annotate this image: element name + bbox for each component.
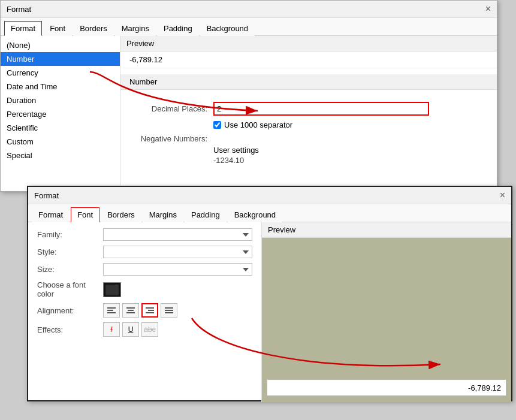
dialog2-title: Format	[34, 191, 59, 200]
align-right-button[interactable]	[141, 303, 158, 318]
separator-checkbox[interactable]	[213, 121, 221, 129]
color-swatch[interactable]	[103, 282, 121, 297]
font-preview-value: -6,789.12	[468, 383, 501, 392]
style-select[interactable]	[103, 246, 252, 258]
font-preview-label: Preview	[262, 222, 511, 238]
tab-font[interactable]: Font	[43, 21, 72, 36]
tab-format[interactable]: Format	[4, 21, 42, 36]
tab-background[interactable]: Background	[200, 21, 255, 36]
dialog2-tab-margins[interactable]: Margins	[143, 207, 183, 222]
strikethrough-button[interactable]: abc	[141, 322, 158, 337]
family-select[interactable]	[103, 228, 252, 241]
tab-margins[interactable]: Margins	[115, 21, 156, 36]
dialog2-tab-background[interactable]: Background	[228, 207, 282, 222]
format-item-special[interactable]: Special	[1, 149, 120, 162]
family-row: Family:	[37, 228, 252, 241]
dialog1-right-panel: Preview -6,789.12 Number Decimal Places:…	[120, 36, 497, 191]
format-item-duration[interactable]: Duration	[1, 93, 120, 107]
dialog2-tab-borders[interactable]: Borders	[101, 207, 141, 222]
dialog1-title-bar: Format ×	[1, 1, 497, 18]
format-item-percentage[interactable]: Percentage	[1, 107, 120, 121]
dialog1-close-button[interactable]: ×	[485, 4, 491, 14]
color-swatch-inner	[105, 285, 119, 295]
number-section: Number Decimal Places: Use 1000 separato…	[120, 68, 497, 171]
decimal-places-row: Decimal Places:	[129, 102, 488, 116]
dialog2-tab-padding[interactable]: Padding	[185, 207, 227, 222]
format-dialog-2: Format × Format Font Borders Margins Pad…	[27, 186, 512, 401]
negative-example: -1234.10	[213, 156, 488, 165]
dialog2-close-button[interactable]: ×	[500, 191, 505, 200]
size-label: Size:	[37, 265, 103, 274]
underline-button[interactable]: U	[122, 322, 139, 337]
style-row: Style:	[37, 246, 252, 258]
align-justify-button[interactable]	[161, 303, 177, 318]
dialog2-title-bar: Format ×	[28, 187, 511, 204]
format-item-none[interactable]: (None)	[1, 38, 120, 52]
alignment-label: Alignment:	[37, 306, 103, 315]
alignment-buttons	[103, 303, 177, 318]
format-item-currency[interactable]: Currency	[1, 66, 120, 80]
format-dialog-1: Format × Format Font Borders Margins Pad…	[0, 0, 497, 192]
separator-label: Use 1000 separator	[224, 120, 292, 129]
dialog1-title: Format	[7, 5, 31, 14]
number-section-header: Number	[120, 74, 497, 90]
negative-option: User settings	[213, 146, 488, 155]
style-label: Style:	[37, 247, 103, 256]
format-item-scientific[interactable]: Scientific	[1, 121, 120, 135]
dialog2-tab-format[interactable]: Format	[32, 207, 70, 222]
effects-row: Effects: I U abc	[37, 322, 252, 337]
negative-label: Negative Numbers:	[129, 134, 213, 143]
format-list: (None) Number Currency Date and Time Dur…	[1, 36, 120, 191]
decimal-places-input[interactable]	[213, 102, 429, 116]
decimal-places-label: Decimal Places:	[129, 104, 213, 113]
align-left-button[interactable]	[103, 303, 120, 318]
preview-value: -6,789.12	[120, 52, 497, 68]
preview-header: Preview	[120, 36, 497, 52]
dialog2-tab-font[interactable]: Font	[71, 207, 99, 222]
format-item-datetime[interactable]: Date and Time	[1, 80, 120, 93]
format-item-number[interactable]: Number	[1, 52, 120, 66]
dialog1-content: (None) Number Currency Date and Time Dur…	[1, 36, 497, 191]
separator-row: Use 1000 separator	[213, 120, 488, 129]
font-preview-panel: Preview -6,789.12	[262, 222, 511, 402]
font-preview-strip: -6,789.12	[267, 379, 506, 396]
alignment-row: Alignment:	[37, 303, 252, 318]
dialog1-tabs: Format Font Borders Margins Padding Back…	[1, 18, 497, 36]
effects-label: Effects:	[37, 325, 103, 334]
effects-buttons: I U abc	[103, 322, 158, 337]
format-item-custom[interactable]: Custom	[1, 135, 120, 149]
color-row: Choose a font color	[37, 280, 252, 298]
color-label: Choose a font color	[37, 280, 103, 298]
font-controls: Family: Style: Size: Choose a font color	[28, 222, 262, 402]
italic-button[interactable]: I	[103, 322, 120, 337]
family-label: Family:	[37, 230, 103, 239]
dialog2-content: Family: Style: Size: Choose a font color	[28, 222, 511, 402]
size-row: Size:	[37, 263, 252, 276]
tab-borders[interactable]: Borders	[73, 21, 114, 36]
tab-padding[interactable]: Padding	[157, 21, 199, 36]
dialog2-tabs: Format Font Borders Margins Padding Back…	[28, 204, 511, 222]
align-center-button[interactable]	[122, 303, 139, 318]
size-select[interactable]	[103, 263, 252, 276]
